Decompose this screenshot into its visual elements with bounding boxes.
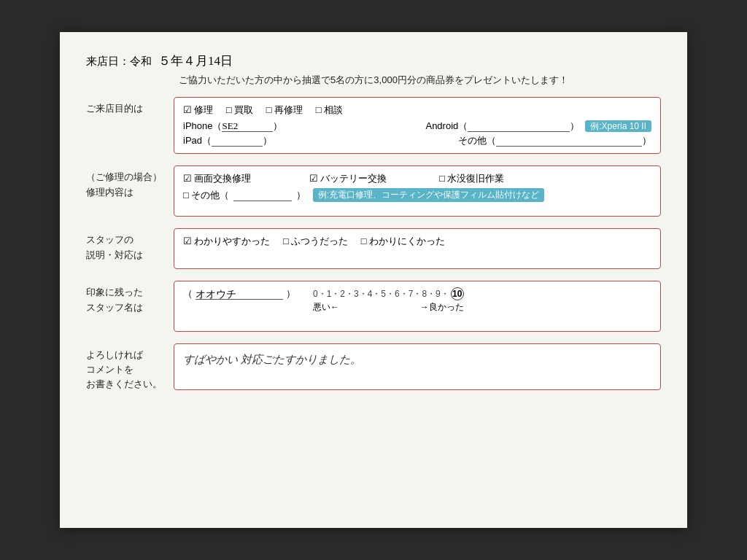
checkbox-easy: ☑ わかりやすかった bbox=[183, 235, 270, 248]
impression-box: （ オオウチ ） 0・1・2・3・4・5・6・7・8・9・ 10 悪い← →良か… bbox=[174, 281, 661, 332]
purpose-checkboxes: ☑ 修理 □ 買取 □ 再修理 □ 相談 bbox=[183, 104, 651, 117]
staff-box: ☑ わかりやすかった □ ふつうだった □ わかりにくかった bbox=[174, 228, 661, 269]
comment-box: すばやかい 対応ごたすかりました。 bbox=[174, 343, 661, 390]
other-close: ） bbox=[642, 134, 651, 147]
score-section: 0・1・2・3・4・5・6・7・8・9・ 10 悪い← →良かった bbox=[313, 287, 464, 314]
staff-name-field: （ オオウチ ） bbox=[183, 287, 295, 300]
form-paper: 来店日：令和 ５年４月14日 ご協力いただいた方の中から抽選で5名の方に3,00… bbox=[60, 32, 687, 528]
comment-row: よろしければ コメントを お書きください。 すばやかい 対応ごたすかりました。 bbox=[86, 343, 661, 392]
comment-text: すばやかい 対応ごたすかりました。 bbox=[183, 350, 651, 370]
repair-other-value bbox=[233, 190, 292, 201]
android-example-badge: 例:Xperia 10 II bbox=[585, 120, 651, 132]
checkbox-repair: ☑ 修理 bbox=[183, 104, 213, 117]
repair-other-close: ） bbox=[296, 189, 306, 202]
staff-options: ☑ わかりやすかった □ ふつうだった □ わかりにくかった bbox=[183, 235, 651, 248]
repair-other-row: □ その他（ ） 例:充電口修理、コーティングや保護フィルム貼付けなど bbox=[183, 188, 651, 202]
visit-date-row: 来店日：令和 ５年４月14日 bbox=[86, 52, 661, 69]
checkbox-battery: ☑ バッテリー交換 bbox=[309, 172, 387, 185]
purpose-label: ご来店目的は bbox=[86, 97, 174, 117]
checkbox-buy: □ 買取 bbox=[226, 104, 253, 117]
ipad-other-row: iPad（ ） その他（ ） bbox=[183, 134, 651, 147]
staff-open: （ bbox=[183, 287, 193, 300]
score-bad: 悪い← bbox=[313, 301, 339, 314]
checkbox-water: □ 水没復旧作業 bbox=[439, 172, 504, 185]
ipad-close: ） bbox=[263, 134, 272, 147]
checkbox-other-repair: □ その他（ bbox=[183, 189, 229, 202]
visit-date-label: 来店日：令和 bbox=[86, 55, 152, 68]
checkbox-consult: □ 相談 bbox=[316, 104, 343, 117]
staff-name-value: オオウチ bbox=[196, 288, 283, 300]
comment-label: よろしければ コメントを お書きください。 bbox=[86, 343, 174, 392]
repair-example-badge: 例:充電口修理、コーティングや保護フィルム貼付けなど bbox=[313, 188, 544, 202]
repair-checkboxes: ☑ 画面交換修理 ☑ バッテリー交換 □ 水没復旧作業 bbox=[183, 172, 651, 185]
score-labels: 悪い← →良かった bbox=[313, 301, 464, 314]
checkbox-hard: □ わかりにくかった bbox=[361, 235, 445, 248]
ipad-value bbox=[212, 135, 263, 147]
other-value bbox=[496, 135, 642, 147]
iphone-label: iPhone（ bbox=[183, 120, 222, 133]
staff-label: スタッフの 説明・対応は bbox=[86, 228, 174, 263]
score-circled: 10 bbox=[451, 287, 464, 300]
staff-close: ） bbox=[286, 287, 295, 300]
checkbox-re-repair: □ 再修理 bbox=[266, 104, 303, 117]
android-label: Android（ bbox=[425, 120, 468, 133]
impression-content: （ オオウチ ） 0・1・2・3・4・5・6・7・8・9・ 10 悪い← →良か… bbox=[183, 287, 651, 314]
iphone-close: ） bbox=[273, 120, 282, 133]
android-value bbox=[468, 120, 570, 132]
repair-row: （ご修理の場合） 修理内容は ☑ 画面交換修理 ☑ バッテリー交換 □ 水没復旧… bbox=[86, 166, 661, 217]
iphone-value: SE2 bbox=[222, 120, 273, 132]
impression-label: 印象に残った スタッフ名は bbox=[86, 281, 174, 316]
iphone-android-row: iPhone（ SE2 ） Android（ ） 例:Xperia 10 II bbox=[183, 120, 651, 133]
purpose-row: ご来店目的は ☑ 修理 □ 買取 □ 再修理 □ 相談 bbox=[86, 97, 661, 154]
checkbox-normal: □ ふつうだった bbox=[283, 235, 348, 248]
staff-row: スタッフの 説明・対応は ☑ わかりやすかった □ ふつうだった □ わかりにく… bbox=[86, 228, 661, 269]
purpose-box: ☑ 修理 □ 買取 □ 再修理 □ 相談 iPhone（ S bbox=[174, 97, 661, 154]
score-good: →良かった bbox=[420, 301, 464, 314]
repair-box: ☑ 画面交換修理 ☑ バッテリー交換 □ 水没復旧作業 □ その他（ bbox=[174, 166, 661, 217]
checkbox-screen: ☑ 画面交換修理 bbox=[183, 172, 251, 185]
score-numbers-line: 0・1・2・3・4・5・6・7・8・9・ 10 bbox=[313, 287, 464, 300]
repair-label: （ご修理の場合） 修理内容は bbox=[86, 166, 174, 201]
ipad-label: iPad（ bbox=[183, 134, 212, 147]
promo-text: ご協力いただいた方の中から抽選で5名の方に3,000円分の商品券をプレゼントいた… bbox=[86, 74, 661, 87]
impression-row: 印象に残った スタッフ名は （ オオウチ ） 0・1・2・3・4・5・6・7・8… bbox=[86, 281, 661, 332]
android-close: ） bbox=[570, 120, 579, 133]
other-label: その他（ bbox=[458, 134, 496, 147]
visit-date-value: ５年４月14日 bbox=[158, 54, 233, 68]
